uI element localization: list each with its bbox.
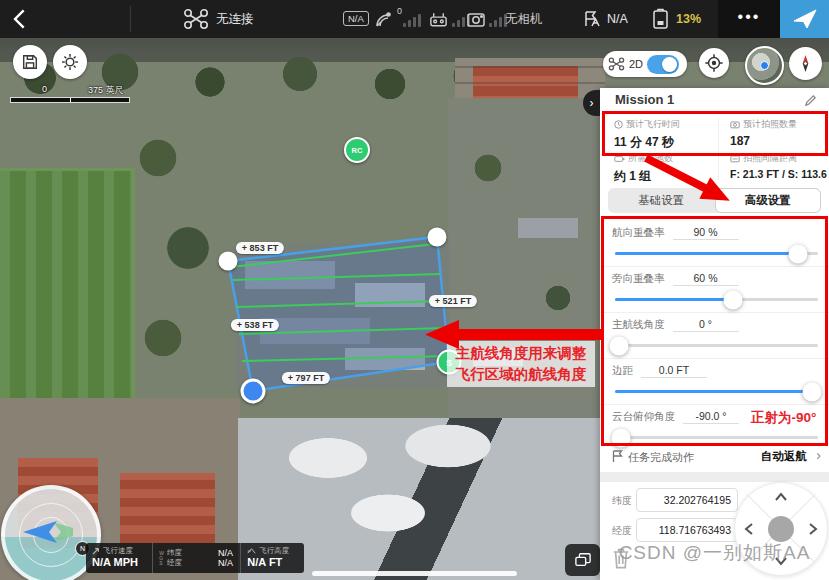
back-chevron-icon bbox=[10, 8, 30, 30]
altitude-icon bbox=[247, 547, 256, 555]
clock-icon bbox=[614, 120, 623, 129]
gps-count: 0 bbox=[397, 6, 402, 16]
forward-overlap-slider[interactable] bbox=[615, 252, 818, 255]
interval-distance-icon bbox=[730, 154, 740, 163]
vertex-handle-topleft[interactable] bbox=[219, 252, 238, 271]
camera-status: 无相机 bbox=[505, 0, 543, 38]
map-drone-icon bbox=[608, 57, 625, 71]
minimap-button[interactable] bbox=[745, 46, 784, 85]
telemetry-altitude: 飞行高度 N/A FT bbox=[240, 543, 304, 573]
vertex-handle-topright[interactable] bbox=[428, 228, 447, 247]
locate-crosshair-icon bbox=[704, 53, 724, 73]
slider-thumb[interactable] bbox=[610, 336, 629, 355]
longitude-input[interactable]: 118.716763493 bbox=[636, 518, 738, 542]
locate-button[interactable] bbox=[699, 48, 729, 78]
remote-controller-icon bbox=[428, 9, 449, 29]
slider-row-forward-overlap: 航向重叠率 90 % bbox=[600, 220, 829, 267]
battery-percentage: 13% bbox=[676, 0, 701, 38]
gps-satellite-icon bbox=[374, 9, 394, 29]
chevron-right-icon: › bbox=[816, 447, 821, 463]
back-button[interactable] bbox=[10, 8, 30, 30]
margin-input[interactable]: 0.0 FT bbox=[641, 364, 707, 378]
wgs-label: WGS bbox=[159, 551, 164, 566]
flight-mode-icon bbox=[583, 10, 602, 28]
margin-slider[interactable] bbox=[615, 390, 818, 393]
flag-icon bbox=[612, 450, 623, 463]
photo-count-icon bbox=[730, 120, 740, 129]
route-angle-input[interactable]: 0 ° bbox=[673, 318, 739, 332]
forward-overlap-input[interactable]: 90 % bbox=[673, 226, 739, 240]
mission-title: Mission 1 bbox=[615, 92, 674, 107]
compass-reset-button[interactable] bbox=[789, 47, 822, 80]
vertex-handle-bottomleft[interactable] bbox=[241, 379, 266, 404]
slider-row-route-angle: 主航线角度 0 ° bbox=[600, 312, 829, 359]
slider-row-gimbal-pitch: 云台俯仰角度 -90.0 ° 正射为-90° bbox=[600, 404, 829, 450]
telemetry-bar: 飞行速度 N/A MPH WGS 纬度N/A 经度N/A 飞行高度 N/A FT bbox=[86, 543, 304, 573]
rc-location-marker: RC bbox=[344, 137, 370, 163]
compass-needle-icon bbox=[795, 53, 816, 74]
topbar-divider bbox=[130, 6, 131, 32]
route-angle-slider[interactable] bbox=[615, 344, 818, 347]
edit-pencil-icon[interactable] bbox=[804, 94, 817, 107]
toggle-knob bbox=[662, 57, 677, 72]
side-overlap-slider[interactable] bbox=[615, 298, 818, 301]
finish-action-value: 自动返航 bbox=[761, 449, 807, 464]
gimbal-pitch-slider[interactable] bbox=[615, 436, 818, 439]
telemetry-speed: 飞行速度 N/A MPH bbox=[86, 543, 152, 573]
gimbal-pitch-input[interactable]: -90.0 ° bbox=[683, 410, 739, 424]
takeoff-button[interactable] bbox=[780, 0, 829, 38]
slider-thumb[interactable] bbox=[802, 382, 821, 401]
stat-flight-time: 预计飞行时间 11 分 47 秒 bbox=[614, 118, 726, 151]
nudge-left-button[interactable] bbox=[744, 522, 753, 536]
top-status-bar: 无连接 N/A 0 无相机 N/A bbox=[0, 0, 829, 38]
flight-mode-value: N/A bbox=[607, 0, 628, 38]
annotation-route-angle-note: 主航线角度用来调整 飞行区域的航线角度 bbox=[447, 341, 595, 387]
airplane-icon bbox=[792, 7, 818, 31]
home-indicator[interactable] bbox=[312, 571, 517, 576]
map-2d-toggle[interactable] bbox=[647, 55, 679, 74]
nudge-center-button[interactable] bbox=[768, 516, 794, 542]
more-options-button[interactable]: ••• bbox=[718, 0, 780, 38]
stat-photo-interval: 拍照间隔距离 F: 21.3 FT / S: 113.6 FT bbox=[730, 152, 829, 180]
map-mode-pill: 2D bbox=[603, 51, 687, 77]
connection-status: 无连接 bbox=[216, 0, 254, 38]
minimap-location-dot bbox=[760, 61, 769, 70]
camera-icon bbox=[466, 10, 486, 28]
slider-row-margin: 边距 0.0 FT bbox=[600, 358, 829, 405]
nudge-up-button[interactable] bbox=[774, 492, 788, 501]
status-na-badge: N/A bbox=[343, 11, 369, 26]
map-layers-button[interactable] bbox=[565, 544, 600, 576]
tab-basic-settings[interactable]: 基础设置 bbox=[608, 188, 715, 213]
stat-photo-count: 预计拍照数量 187 bbox=[730, 118, 829, 148]
drone-icon bbox=[183, 8, 209, 30]
speed-icon bbox=[92, 547, 100, 555]
gps-signal-bars bbox=[403, 13, 421, 27]
device-battery-icon bbox=[652, 8, 669, 30]
slider-thumb[interactable] bbox=[788, 244, 807, 263]
edge-length-label-right: + 521 FT bbox=[429, 295, 477, 307]
panel-header: Mission 1 bbox=[600, 88, 829, 114]
stats-divider bbox=[718, 118, 719, 180]
telemetry-coords: WGS 纬度N/A 经度N/A bbox=[152, 543, 240, 573]
latitude-input[interactable]: 32.202764195 bbox=[636, 488, 738, 512]
battery-count-icon bbox=[614, 155, 625, 163]
stats-divider-h bbox=[600, 154, 829, 155]
finish-action-row[interactable]: 任务完成动作 自动返航 › bbox=[600, 445, 829, 469]
layers-icon bbox=[574, 552, 592, 568]
settings-tabs: 基础设置 高级设置 bbox=[608, 188, 821, 213]
watermark: CSDN @一别如斯AA bbox=[602, 540, 827, 566]
edge-length-label-top: + 853 FT bbox=[236, 242, 284, 254]
slider-row-side-overlap: 旁向重叠率 60 % bbox=[600, 266, 829, 313]
edge-length-label-bottom: + 797 FT bbox=[282, 372, 330, 384]
tab-advanced-settings[interactable]: 高级设置 bbox=[715, 188, 822, 213]
app-root: 0 375 英尺 S RC + 853 FT + 521 F bbox=[0, 0, 829, 580]
side-overlap-input[interactable]: 60 % bbox=[673, 272, 739, 286]
mission-panel: › Mission 1 预计飞行时间 11 分 47 秒 预计拍照数量 187 bbox=[600, 88, 829, 580]
stat-batteries: 所需电池数 约 1 组 bbox=[614, 152, 726, 185]
panel-section-divider bbox=[600, 472, 829, 482]
slider-thumb[interactable] bbox=[723, 290, 742, 309]
annotation-gimbal-note: 正射为-90° bbox=[751, 412, 816, 424]
nudge-right-button[interactable] bbox=[809, 522, 818, 536]
heading-arrow-icon bbox=[19, 519, 77, 545]
map-mode-label: 2D bbox=[629, 58, 643, 70]
